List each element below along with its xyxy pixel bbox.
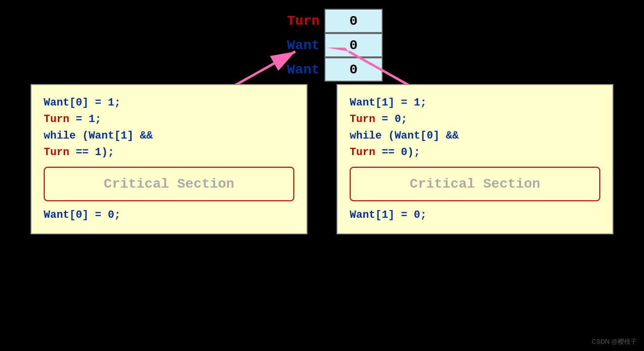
p1-line1: Want[1] = 1; <box>350 95 600 111</box>
p1-last-text: Want[1] = 0; <box>350 209 426 221</box>
p1-line2: Turn = 0; <box>350 111 600 128</box>
p0-line1-text: Want[0] = 1; <box>44 97 120 109</box>
processes-row: Want[0] = 1; Turn = 1; while (Want[1] &&… <box>31 84 613 234</box>
turn-value: 0 <box>350 14 358 29</box>
p0-line2-rest: = 1; <box>69 113 102 125</box>
p0-turn-keyword2: Turn <box>44 146 69 158</box>
p0-line4-rest: == 1); <box>69 146 114 158</box>
shared-vars: Turn 0 Want 0 Want 0 <box>31 0 613 82</box>
watermark: CSDN @樱桃子 <box>592 337 637 346</box>
p0-critical-text: Critical Section <box>104 176 235 192</box>
p1-line3: while (Want[0] && <box>350 128 600 144</box>
want0-label: Want <box>261 38 324 53</box>
p1-turn-keyword2: Turn <box>350 146 375 158</box>
p0-line3: while (Want[1] && <box>44 128 294 144</box>
p0-critical-section: Critical Section <box>44 167 294 201</box>
p1-line3-text: while (Want[0] && <box>350 130 458 142</box>
p0-last-text: Want[0] = 0; <box>44 209 120 221</box>
want1-value-box: 0 <box>324 57 383 82</box>
p0-line1: Want[0] = 1; <box>44 95 294 111</box>
p1-line1-text: Want[1] = 1; <box>350 97 426 109</box>
p1-line4: Turn == 0); <box>350 144 600 161</box>
p0-line2: Turn = 1; <box>44 111 294 128</box>
want0-row: Want 0 <box>261 33 383 57</box>
p1-last-line: Want[1] = 0; <box>350 207 600 224</box>
p1-critical-text: Critical Section <box>410 176 541 192</box>
want0-value: 0 <box>350 38 358 53</box>
p0-turn-keyword: Turn <box>44 113 69 125</box>
turn-row: Turn 0 <box>261 9 383 33</box>
process0-box: Want[0] = 1; Turn = 1; while (Want[1] &&… <box>31 84 307 234</box>
process1-box: Want[1] = 1; Turn = 0; while (Want[0] &&… <box>337 84 613 234</box>
want0-value-box: 0 <box>324 33 383 57</box>
diagram-wrapper: Turn 0 Want 0 Want 0 <box>31 0 613 234</box>
p1-line4-rest: == 0); <box>375 146 420 158</box>
want1-label: Want <box>261 62 324 77</box>
want1-row: Want 0 <box>261 57 383 82</box>
p0-line4: Turn == 1); <box>44 144 294 161</box>
p0-last-line: Want[0] = 0; <box>44 207 294 224</box>
p1-critical-section: Critical Section <box>350 167 600 201</box>
turn-label: Turn <box>261 14 324 29</box>
want1-value: 0 <box>350 62 358 77</box>
turn-value-box: 0 <box>324 9 383 33</box>
p1-turn-keyword: Turn <box>350 113 375 125</box>
p0-line3-text: while (Want[1] && <box>44 130 153 142</box>
main-container: Turn 0 Want 0 Want 0 <box>0 0 644 351</box>
p1-line2-rest: = 0; <box>375 113 407 125</box>
